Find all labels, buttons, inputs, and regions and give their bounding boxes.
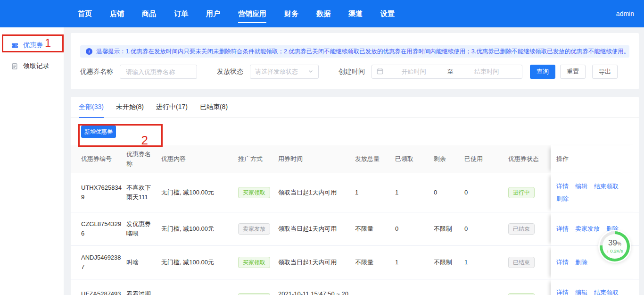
use-time: 2021-10-11 15:47:50 ~ 2021-10-11 15:49:5… (278, 279, 355, 295)
use-time: 领取当日起1天内可用 (278, 246, 355, 279)
nav-item[interactable]: 首页 (69, 0, 101, 27)
annotation-label-2: 2 (141, 134, 148, 146)
top-bar: 首页店铺商品订单用户营销应用财务数据渠道设置 admin (0, 0, 644, 27)
used-count: 0 (464, 173, 508, 212)
end-time-placeholder: 结束时间 (456, 67, 518, 76)
annotation-box-1: 1 (2, 34, 64, 52)
use-time: 领取当日起1天内可用 (278, 173, 355, 212)
promo-type-tag: 买家领取 (238, 257, 270, 268)
issue-status-select[interactable]: 请选择发放状态 (250, 65, 319, 79)
coupon-status-tag: 进行中 (508, 293, 535, 295)
table-row: ANDJ54692387叫啥无门槛, 减100.00元买家领取领取当日起1天内可… (71, 246, 639, 279)
coupon-name: 不喜欢下雨天111 (126, 173, 161, 212)
column-header: 用券时间 (278, 145, 355, 173)
column-header: 优惠券编号 (71, 145, 126, 173)
coupon-id: UFZA52874936 (71, 279, 126, 295)
action-link[interactable]: 卖家发放 (575, 223, 600, 235)
admin-user-menu[interactable]: admin (616, 0, 634, 27)
table-row: UFZA52874936看看过期优惠券无门槛, 减800.00元买家领取2021… (71, 279, 639, 295)
create-time-range-picker[interactable]: 开始时间 至 结束时间 (372, 65, 522, 79)
nav-item[interactable]: 财务 (275, 0, 307, 27)
used-count: 1 (464, 246, 508, 279)
coupon-id: CZGL87543296 (71, 212, 126, 246)
column-header: 已领取 (395, 145, 434, 173)
column-header: 操作 (551, 145, 639, 173)
column-header: 发放总量 (355, 145, 395, 173)
tab[interactable]: 全部(33) (79, 103, 104, 118)
total-issued: 1 (355, 173, 395, 212)
nav-item[interactable]: 店铺 (101, 0, 133, 27)
coupon-name-label: 优惠券名称 (80, 67, 113, 76)
sidebar: 优惠券领取记录 (0, 27, 64, 295)
column-header: 剩余 (434, 145, 464, 173)
action-link[interactable]: 编辑 (575, 180, 587, 193)
coupon-name-input[interactable] (120, 65, 197, 79)
table-row: UTHX76258349不喜欢下雨天111无门槛, 减100.00元买家领取领取… (71, 173, 639, 212)
claimed-count: 0 (395, 212, 434, 246)
coupon-admin-page: 首页店铺商品订单用户营销应用财务数据渠道设置 admin 优惠券领取记录 i 温… (0, 0, 644, 295)
column-header: 优惠内容 (161, 145, 238, 173)
action-link[interactable]: 详情 (556, 180, 569, 193)
coupon-id: UTHX76258349 (71, 173, 126, 212)
export-button[interactable]: 导出 (592, 65, 618, 79)
search-button[interactable]: 查询 (530, 65, 555, 79)
coupon-content: 无门槛, 减100.00元 (161, 173, 238, 212)
annotation-box-2: 2 (78, 124, 163, 147)
action-link[interactable]: 详情 (556, 223, 569, 235)
remaining-count: 不限制 (434, 279, 464, 295)
remaining-count: 不限制 (434, 246, 464, 279)
action-link[interactable]: 结束领取 (594, 287, 619, 295)
promo-type-tag: 买家领取 (238, 187, 270, 198)
nav-item[interactable]: 数据 (307, 0, 339, 27)
used-count: 0 (464, 212, 508, 246)
claimed-count: 1 (395, 246, 434, 279)
nav-item[interactable]: 设置 (372, 0, 404, 27)
main-content: i 温馨提示：1.优惠券在发放时间内只要未关闭未删除符合条件就能领取；2.优惠券… (64, 27, 644, 295)
action-link[interactable]: 详情 (556, 256, 569, 269)
nav-item[interactable]: 商品 (133, 0, 165, 27)
nav-item[interactable]: 渠道 (339, 0, 372, 27)
promo-type-tag: 卖家发放 (238, 223, 270, 235)
nav-item[interactable]: 营销应用 (229, 0, 275, 27)
issue-status-label: 发放状态 (217, 67, 243, 76)
speed-percent-unit: % (617, 241, 621, 246)
promo-type-tag: 买家领取 (238, 293, 270, 295)
speed-monitor-widget[interactable]: 39% ↓ 0.2K/s (600, 231, 630, 261)
column-header: 优惠券名称 (126, 145, 161, 173)
claimed-count: 1 (395, 173, 434, 212)
table-row: CZGL87543296发优惠券咯喂无门槛, 减100.00元卖家发放领取当日起… (71, 212, 639, 246)
remaining-count: 不限制 (434, 212, 464, 246)
filter-card: i 温馨提示：1.优惠券在发放时间内只要未关闭未删除符合条件就能领取；2.优惠券… (71, 33, 639, 89)
nav-item[interactable]: 订单 (165, 0, 197, 27)
tab[interactable]: 未开始(8) (116, 103, 144, 118)
table-header-row: 优惠券编号优惠券名称优惠内容推广方式用券时间发放总量已领取剩余已使用优惠券状态操… (71, 145, 639, 173)
action-link[interactable]: 删除 (556, 193, 569, 205)
create-time-label: 创建时间 (339, 67, 365, 76)
action-link[interactable]: 删除 (575, 256, 587, 269)
action-link[interactable]: 编辑 (575, 287, 587, 295)
start-time-placeholder: 开始时间 (383, 67, 445, 76)
speed-monitor-content: 39% ↓ 0.2K/s (603, 234, 627, 259)
download-rate: ↓ 0.2K/s (607, 248, 623, 254)
info-icon: i (86, 48, 92, 55)
coupon-status-tag: 已结束 (508, 257, 535, 268)
nav-item[interactable]: 用户 (197, 0, 229, 27)
coupon-status-tag: 进行中 (508, 187, 535, 198)
coupon-id: ANDJ54692387 (71, 246, 126, 279)
column-header: 推广方式 (238, 145, 278, 173)
tab[interactable]: 进行中(17) (156, 103, 188, 118)
action-link[interactable]: 结束领取 (594, 180, 619, 193)
issue-status-placeholder: 请选择发放状态 (255, 67, 308, 76)
tab[interactable]: 已结束(8) (200, 103, 228, 118)
coupon-name: 发优惠券咯喂 (126, 212, 161, 246)
coupon-table: 优惠券编号优惠券名称优惠内容推广方式用券时间发放总量已领取剩余已使用优惠券状态操… (71, 145, 639, 295)
coupon-status-tag: 已结束 (508, 223, 535, 235)
annotation-label-1: 1 (45, 38, 51, 49)
record-icon (11, 63, 19, 70)
row-actions: 详情编辑结束领取删除 (551, 173, 639, 212)
remaining-count: 0 (434, 173, 464, 212)
coupon-content: 无门槛, 减800.00元 (161, 279, 238, 295)
reset-button[interactable]: 重置 (560, 65, 586, 79)
sidebar-item[interactable]: 领取记录 (0, 56, 64, 76)
action-link[interactable]: 详情 (556, 287, 569, 295)
